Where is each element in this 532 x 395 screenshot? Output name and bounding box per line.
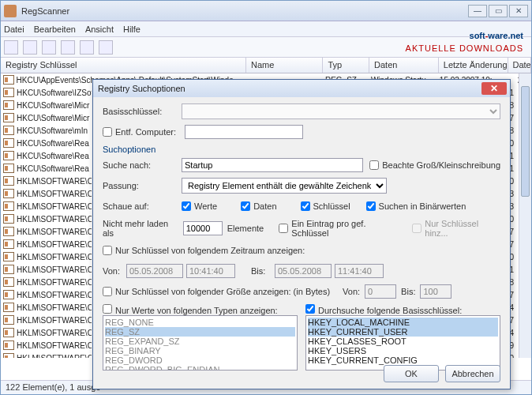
titlebar: RegScanner — ▭ ✕: [1, 1, 531, 21]
label-only-keys: Nur Schlüssel hinz...: [425, 219, 500, 238]
size-from-input[interactable]: [365, 284, 396, 299]
row-key: HKCU\Software\Rea: [17, 139, 92, 148]
reg-icon: [3, 189, 14, 198]
list-item[interactable]: REG_SZ: [105, 327, 295, 337]
label-remote: Entf. Computer:: [115, 127, 185, 137]
dialog-title: Registry Suchoptionen: [96, 84, 481, 93]
reg-icon: [3, 126, 14, 135]
menu-datei[interactable]: Datei: [4, 24, 24, 34]
reg-icon: [3, 100, 14, 110]
list-item[interactable]: HKEY_CLASSES_ROOT: [308, 337, 498, 346]
list-item[interactable]: HKEY_CURRENT_USER: [308, 327, 498, 337]
row-key: HKLM\SOFTWARE\C: [17, 303, 92, 312]
reg-icon: [3, 353, 14, 358]
list-item[interactable]: REG_DWORD_BIG_ENDIAN: [105, 365, 295, 371]
maximize-button[interactable]: ▭: [489, 5, 508, 17]
scrollbar-thumb[interactable]: [521, 86, 530, 197]
row-key: HKLM\SOFTWARE\C: [17, 190, 92, 198]
row-key: HKLM\SOFTWARE\C: [17, 228, 92, 236]
label-matching: Passung:: [103, 181, 182, 190]
remote-computer-checkbox[interactable]: [103, 127, 112, 137]
col-name[interactable]: Name: [246, 58, 323, 73]
row-key: HKCU\Software\Micr: [17, 114, 92, 122]
list-item[interactable]: REG_DWORD: [105, 356, 295, 365]
row-key: HKLM\SOFTWARE\C: [17, 240, 92, 249]
from-date-input[interactable]: [126, 264, 183, 278]
row-key: HKLM\SOFTWARE\C: [17, 202, 92, 211]
branding-logo: soft-ware.net AKTUELLE DOWNLOADS: [406, 21, 523, 53]
reg-icon: [3, 138, 14, 148]
one-entry-checkbox[interactable]: [279, 224, 288, 233]
row-key: HKCU\Software\Rea: [17, 164, 92, 173]
row-key: HKCU\Software\Micr: [17, 101, 92, 110]
reg-icon: [3, 227, 14, 236]
col-length[interactable]: Datenl: [508, 58, 532, 73]
label-data: Daten: [253, 201, 276, 211]
keys-checkbox[interactable]: [301, 201, 310, 211]
list-item[interactable]: HKEY_LOCAL_MACHINE: [308, 318, 498, 327]
types-listbox[interactable]: REG_NONEREG_SZREG_EXPAND_SZREG_BINARYREG…: [103, 315, 298, 371]
reg-icon: [3, 303, 14, 312]
timerange-checkbox[interactable]: [103, 246, 112, 255]
toolbar-btn-6[interactable]: [99, 40, 113, 55]
menu-bearbeiten[interactable]: Bearbeiten: [34, 24, 76, 34]
row-key: HKLM\SOFTWARE\C: [17, 253, 92, 261]
toolbar-btn-2[interactable]: [23, 40, 37, 55]
hives-listbox[interactable]: HKEY_LOCAL_MACHINEHKEY_CURRENT_USERHKEY_…: [305, 315, 500, 371]
list-item[interactable]: REG_EXPAND_SZ: [105, 337, 295, 346]
row-key: HKLM\SOFTWARE\C: [17, 265, 92, 274]
dialog-close-button[interactable]: ✕: [481, 82, 507, 95]
matching-select[interactable]: Registry Element enthält die gewählte Ze…: [182, 178, 387, 194]
label-case: Beachte Groß/Kleinschreibung: [382, 160, 500, 170]
from-time-input[interactable]: [186, 264, 235, 278]
ok-button[interactable]: OK: [384, 365, 439, 382]
col-type[interactable]: Typ: [323, 58, 369, 73]
reg-icon: [3, 113, 14, 122]
logo-soft: soft: [470, 31, 485, 40]
basiskey-select[interactable]: [182, 103, 500, 119]
only-keys-checkbox: [412, 224, 421, 233]
remote-computer-input[interactable]: [185, 125, 303, 139]
list-item[interactable]: REG_BINARY: [105, 346, 295, 356]
to-date-input[interactable]: [275, 264, 332, 278]
toolbar-btn-4[interactable]: [61, 40, 75, 55]
label-timerange: Nur Schlüssel von folgendem Zeitraum anz…: [115, 246, 305, 255]
list-item[interactable]: HKEY_CURRENT_CONFIG: [308, 356, 498, 365]
section-suchoptionen: Suchoptionen: [103, 145, 500, 154]
col-data[interactable]: Daten: [369, 58, 439, 73]
limit-input[interactable]: [183, 221, 223, 235]
values-checkbox[interactable]: [182, 201, 191, 211]
menu-hilfe[interactable]: Hilfe: [123, 24, 140, 34]
size-to-input[interactable]: [420, 284, 451, 299]
hives-checkbox[interactable]: [305, 304, 315, 314]
to-time-input[interactable]: [335, 264, 384, 278]
list-item[interactable]: REG_NONE: [105, 318, 295, 327]
row-key: HKLM\SOFTWARE\C: [17, 177, 92, 186]
label-search-for: Suche nach:: [103, 160, 182, 170]
row-key: HKLM\SOFTWARE\C: [17, 278, 92, 287]
case-checkbox[interactable]: [369, 160, 379, 170]
col-registry-key[interactable]: Registry Schlüssel: [1, 58, 246, 73]
minimize-button[interactable]: —: [468, 5, 487, 17]
toolbar-btn-3[interactable]: [42, 40, 56, 55]
close-button[interactable]: ✕: [509, 5, 528, 17]
cancel-button[interactable]: Abbrechen: [445, 365, 500, 382]
label-from: Von:: [103, 266, 126, 276]
reg-icon: [3, 340, 14, 350]
vertical-scrollbar[interactable]: [519, 73, 531, 358]
search-input[interactable]: [182, 158, 363, 172]
binary-checkbox[interactable]: [366, 201, 376, 211]
toolbar-btn-1[interactable]: [4, 40, 18, 55]
toolbar-btn-5[interactable]: [80, 40, 94, 55]
menu-ansicht[interactable]: Ansicht: [85, 24, 114, 34]
size-checkbox[interactable]: [103, 287, 112, 296]
label-binary: Suchen in Binärwerten: [379, 201, 466, 211]
row-key: HKLM\SOFTWARE\C: [17, 329, 92, 337]
row-key: HKLM\SOFTWARE\C: [17, 354, 92, 359]
list-item[interactable]: HKEY_USERS: [308, 346, 498, 356]
logo-subtitle: AKTUELLE DOWNLOADS: [406, 43, 523, 53]
dialog-titlebar: Registry Suchoptionen ✕: [93, 80, 510, 97]
data-checkbox[interactable]: [241, 201, 250, 211]
col-date[interactable]: Letzte Änderung: [439, 58, 508, 73]
types-checkbox[interactable]: [103, 304, 112, 314]
